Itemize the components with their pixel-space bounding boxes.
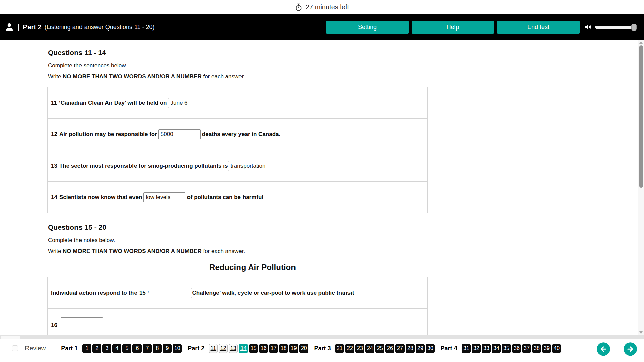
question-nav-29[interactable]: 29 bbox=[416, 344, 425, 353]
question-nav-35[interactable]: 35 bbox=[502, 344, 511, 353]
review-label: Review bbox=[25, 345, 46, 352]
question-nav-19[interactable]: 19 bbox=[289, 344, 298, 353]
previous-button[interactable] bbox=[597, 342, 610, 356]
volume-slider[interactable] bbox=[595, 26, 636, 29]
question-nav-3[interactable]: 3 bbox=[102, 344, 111, 353]
question-nav-31[interactable]: 31 bbox=[462, 344, 471, 353]
footer-navigation: Review Part 112345678910Part 21112131415… bbox=[0, 339, 644, 362]
end-test-button[interactable]: End test bbox=[497, 21, 580, 34]
question-nav-15[interactable]: 15 bbox=[249, 344, 258, 353]
questions-11-14-table: 11 ‘Canadian Clean Air Day’ will be held… bbox=[47, 87, 428, 213]
question-nav-5[interactable]: 5 bbox=[122, 344, 131, 353]
horizontal-scrollbar-thumb[interactable] bbox=[1, 336, 20, 339]
volume-slider-thumb[interactable] bbox=[631, 24, 637, 31]
question-number: 14 bbox=[51, 194, 57, 201]
question-nav-1[interactable]: 1 bbox=[82, 344, 91, 353]
time-remaining: 27 minutes left bbox=[306, 3, 349, 11]
section-instruction: Complete the sentences below. bbox=[48, 62, 638, 69]
question-nav-14[interactable]: 14 bbox=[239, 344, 248, 353]
question-text: ‘Canadian Clean Air Day’ will be held on bbox=[59, 100, 167, 106]
question-row-15: Individual action respond to the 15 ‘ Ch… bbox=[47, 277, 428, 309]
question-number: 16 bbox=[51, 322, 57, 329]
answer-input-13[interactable] bbox=[228, 161, 270, 171]
question-row-12: 12 Air pollution may be responsible for … bbox=[47, 118, 428, 150]
question-number: 11 bbox=[51, 100, 57, 106]
question-nav: Part 112345678910Part 211121314151617181… bbox=[61, 344, 561, 353]
question-text: Scientists now know that even bbox=[59, 194, 142, 201]
question-nav-28[interactable]: 28 bbox=[406, 344, 415, 353]
arrow-left-icon bbox=[600, 345, 607, 353]
write-instruction: Write NO MORE THAN TWO WORDS AND/OR A NU… bbox=[48, 248, 638, 255]
question-row-16: 16 bbox=[47, 308, 428, 335]
part-label: Part 4 bbox=[440, 345, 457, 352]
question-nav-10[interactable]: 10 bbox=[173, 344, 182, 353]
question-nav-12[interactable]: 12 bbox=[219, 344, 228, 353]
help-button[interactable]: Help bbox=[412, 21, 494, 34]
question-number: 12 bbox=[51, 131, 57, 138]
question-text: Challenge’ walk, cycle or car-pool to wo… bbox=[192, 290, 354, 296]
answer-input-12[interactable] bbox=[158, 129, 201, 139]
speaker-icon bbox=[584, 23, 592, 31]
question-nav-24[interactable]: 24 bbox=[365, 344, 374, 353]
question-text: deaths every year in Canada. bbox=[202, 131, 280, 138]
section-title: Questions 11 - 14 bbox=[48, 49, 638, 57]
header-separator: | bbox=[18, 23, 20, 32]
part-label: Part 3 bbox=[314, 345, 331, 352]
question-nav-6[interactable]: 6 bbox=[132, 344, 142, 353]
answer-input-11[interactable] bbox=[168, 98, 210, 108]
stopwatch-icon bbox=[295, 3, 302, 11]
question-nav-22[interactable]: 22 bbox=[345, 344, 354, 353]
question-nav-33[interactable]: 33 bbox=[482, 344, 491, 353]
question-text: Individual action respond to the bbox=[51, 290, 137, 296]
next-button[interactable] bbox=[624, 342, 637, 356]
question-nav-9[interactable]: 9 bbox=[163, 344, 172, 353]
question-nav-38[interactable]: 38 bbox=[532, 344, 541, 353]
question-nav-37[interactable]: 37 bbox=[522, 344, 531, 353]
question-nav-8[interactable]: 8 bbox=[153, 344, 162, 353]
question-nav-7[interactable]: 7 bbox=[143, 344, 152, 353]
question-number: 15 bbox=[139, 290, 146, 296]
question-nav-23[interactable]: 23 bbox=[355, 344, 364, 353]
question-nav-27[interactable]: 27 bbox=[395, 344, 405, 353]
question-text: The sector most responsible for smog-pro… bbox=[59, 163, 228, 169]
part-label: Part 2 bbox=[187, 345, 204, 352]
question-nav-26[interactable]: 26 bbox=[385, 344, 394, 353]
question-nav-13[interactable]: 13 bbox=[229, 344, 238, 353]
review-checkbox[interactable] bbox=[12, 345, 18, 351]
question-nav-16[interactable]: 16 bbox=[259, 344, 268, 353]
volume-control bbox=[584, 23, 639, 31]
question-nav-36[interactable]: 36 bbox=[512, 344, 521, 353]
question-nav-34[interactable]: 34 bbox=[492, 344, 501, 353]
question-nav-25[interactable]: 25 bbox=[375, 344, 384, 353]
question-nav-20[interactable]: 20 bbox=[299, 344, 308, 353]
write-instruction: Write NO MORE THAN TWO WORDS AND/OR A NU… bbox=[48, 73, 638, 80]
question-nav-17[interactable]: 17 bbox=[269, 344, 278, 353]
part-description: (Listening and answer Questions 11 - 20) bbox=[45, 24, 155, 31]
setting-button[interactable]: Setting bbox=[326, 21, 409, 34]
answer-input-16[interactable] bbox=[61, 317, 103, 335]
part-title: Part 2 bbox=[23, 23, 42, 31]
answer-input-15[interactable] bbox=[150, 288, 192, 298]
question-nav-39[interactable]: 39 bbox=[542, 344, 551, 353]
answer-input-14[interactable] bbox=[143, 192, 185, 202]
question-nav-2[interactable]: 2 bbox=[92, 344, 101, 353]
section-title: Questions 15 - 20 bbox=[48, 223, 638, 231]
question-nav-32[interactable]: 32 bbox=[472, 344, 481, 353]
question-number: 13 bbox=[51, 163, 57, 169]
question-nav-11[interactable]: 11 bbox=[209, 344, 218, 353]
question-nav-21[interactable]: 21 bbox=[335, 344, 344, 353]
horizontal-scrollbar[interactable] bbox=[0, 335, 644, 339]
question-nav-18[interactable]: 18 bbox=[279, 344, 288, 353]
questions-15-20-table: Individual action respond to the 15 ‘ Ch… bbox=[47, 277, 428, 335]
question-row-13: 13 The sector most responsible for smog-… bbox=[47, 150, 428, 182]
notes-title: Reducing Air Pollution bbox=[62, 263, 443, 272]
timer-bar: 27 minutes left bbox=[0, 0, 644, 14]
question-nav-4[interactable]: 4 bbox=[112, 344, 121, 353]
header: | Part 2 (Listening and answer Questions… bbox=[0, 14, 644, 40]
question-text: of pollutants can be harmful bbox=[187, 194, 263, 201]
question-text: Air pollution may be responsible for bbox=[59, 131, 157, 138]
test-content: Questions 11 - 14 Complete the sentences… bbox=[0, 40, 638, 335]
question-nav-40[interactable]: 40 bbox=[552, 344, 561, 353]
question-nav-30[interactable]: 30 bbox=[426, 344, 435, 353]
question-row-14: 14 Scientists now know that even of poll… bbox=[47, 181, 428, 213]
